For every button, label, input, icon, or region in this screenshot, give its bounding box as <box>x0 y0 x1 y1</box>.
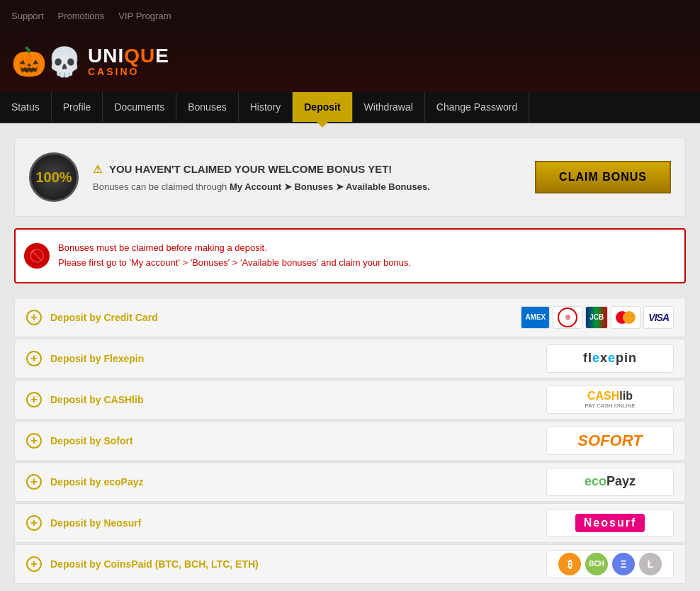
neosurf-logo: Neosurf <box>575 514 645 532</box>
ecopayz-logo: ecoPayz <box>585 474 636 489</box>
jcb-logo: JCB <box>585 306 608 329</box>
deposit-expand-icon[interactable]: + <box>26 433 42 449</box>
top-bar-link-support[interactable]: Support <box>11 11 44 21</box>
deposit-expand-icon[interactable]: + <box>26 515 42 531</box>
deposit-expand-icon[interactable]: + <box>26 310 42 325</box>
deposit-row-credit-card[interactable]: + Deposit by Credit Card AMEX ◎ JCB VISA <box>14 298 686 337</box>
deposit-row-sofort[interactable]: + Deposit by Sofort SOFORT <box>14 421 686 461</box>
logo-sub: CASINO <box>88 66 169 77</box>
ltc-icon: Ł <box>639 553 662 575</box>
visa-logo: VISA <box>643 306 674 329</box>
deposit-expand-icon[interactable]: + <box>26 474 42 490</box>
deposit-label-flexepin: Deposit by Flexepin <box>50 353 144 364</box>
main-nav: Status Profile Documents Bonuses History… <box>0 92 700 123</box>
warning-box: 🚫 Bonuses must be claimed before making … <box>14 228 686 283</box>
top-bar-link-vip[interactable]: VIP Program <box>118 11 171 21</box>
header: 🎃💀 UNIQUE CASINO <box>0 31 700 92</box>
logo-name: UNIQUE <box>88 46 169 66</box>
eth-icon: Ξ <box>612 553 635 575</box>
deposit-row-neosurf[interactable]: + Deposit by Neosurf Neosurf <box>14 503 686 543</box>
deposit-row-cashlib[interactable]: + Deposit by CASHlib CASHlib PAY CASH ON… <box>14 380 686 420</box>
top-bar-link-promotions[interactable]: Promotions <box>58 11 105 21</box>
nav-profile[interactable]: Profile <box>52 92 103 122</box>
deposit-label-credit-card: Deposit by Credit Card <box>50 312 158 323</box>
bonus-desc-prefix: Bonuses can be claimed through <box>93 181 230 192</box>
warning-line1: Bonuses must be claimed before making a … <box>58 241 411 256</box>
warning-triangle-icon: ⚠ <box>93 163 102 175</box>
deposit-row-coinspaid[interactable]: + Deposit by CoinsPaid (BTC, BCH, LTC, E… <box>14 544 686 584</box>
bonus-desc-path: My Account ➤ Bonuses ➤ Available Bonuses… <box>230 181 430 192</box>
deposit-label-coinspaid: Deposit by CoinsPaid (BTC, BCH, LTC, ETH… <box>50 558 259 570</box>
deposit-row-left: + Deposit by CASHlib <box>26 392 143 407</box>
nav-status[interactable]: Status <box>0 92 52 122</box>
sofort-logo-box: SOFORT <box>546 427 674 455</box>
bonus-banner: 100% ⚠ YOU HAVEN'T CLAIMED YOUR WELCOME … <box>14 137 686 217</box>
logo-icon: 🎃💀 <box>11 45 82 79</box>
bonus-percentage-circle: 100% <box>29 152 79 202</box>
amex-logo: AMEX <box>521 306 550 329</box>
nav-history[interactable]: History <box>239 92 293 122</box>
bonus-percentage: 100% <box>35 169 72 186</box>
bonus-title-text: YOU HAVEN'T CLAIMED YOUR WELCOME BONUS Y… <box>109 163 392 175</box>
deposit-methods-list: + Deposit by Credit Card AMEX ◎ JCB VISA <box>14 298 686 584</box>
neosurf-logo-box: Neosurf <box>546 509 674 537</box>
bonus-title: ⚠ YOU HAVEN'T CLAIMED YOUR WELCOME BONUS… <box>93 163 521 176</box>
sofort-logo: SOFORT <box>577 432 642 450</box>
logo-text-block: UNIQUE CASINO <box>88 46 169 77</box>
deposit-expand-icon[interactable]: + <box>26 556 42 572</box>
bonus-description: Bonuses can be claimed through My Accoun… <box>93 181 521 192</box>
claim-bonus-button[interactable]: CLAIM BONUS <box>535 161 671 193</box>
credit-card-logos: AMEX ◎ JCB VISA <box>521 306 674 329</box>
cashlib-logo: CASHlib PAY CASH ONLINE <box>585 390 635 409</box>
deposit-row-ecopayz[interactable]: + Deposit by ecoPayz ecoPayz <box>14 462 686 502</box>
nav-change-password[interactable]: Change Password <box>425 92 529 122</box>
logo-area: 🎃💀 UNIQUE CASINO <box>0 45 181 79</box>
diners-logo: ◎ <box>553 306 582 329</box>
mastercard-logo <box>611 306 640 329</box>
flexepin-logo: flexepin <box>583 351 637 366</box>
deposit-label-ecopayz: Deposit by ecoPayz <box>50 476 144 488</box>
deposit-row-left: + Deposit by Sofort <box>26 433 133 449</box>
bonus-text-area: ⚠ YOU HAVEN'T CLAIMED YOUR WELCOME BONUS… <box>93 163 521 192</box>
nav-bonuses[interactable]: Bonuses <box>176 92 238 122</box>
ecopayz-logo-box: ecoPayz <box>546 468 674 496</box>
nav-documents[interactable]: Documents <box>103 92 176 122</box>
deposit-expand-icon[interactable]: + <box>26 351 42 366</box>
nav-deposit[interactable]: Deposit <box>293 92 352 122</box>
deposit-label-neosurf: Deposit by Neosurf <box>50 517 141 529</box>
cashlib-logo-box: CASHlib PAY CASH ONLINE <box>546 385 674 414</box>
warning-circle-icon: 🚫 <box>24 243 50 269</box>
deposit-label-cashlib: Deposit by CASHlib <box>50 394 143 405</box>
warning-text-block: Bonuses must be claimed before making a … <box>58 241 411 271</box>
warning-line2: Please first go to 'My account' > 'Bonus… <box>58 256 411 271</box>
deposit-expand-icon[interactable]: + <box>26 392 42 407</box>
crypto-logos-box: ₿ BCH Ξ Ł <box>546 550 674 578</box>
nav-withdrawal[interactable]: Withdrawal <box>353 92 425 122</box>
deposit-label-sofort: Deposit by Sofort <box>50 435 133 446</box>
deposit-row-left: + Deposit by Flexepin <box>26 351 144 366</box>
deposit-row-left: + Deposit by Credit Card <box>26 310 158 325</box>
main-content: 100% ⚠ YOU HAVEN'T CLAIMED YOUR WELCOME … <box>0 123 700 591</box>
deposit-row-left: + Deposit by ecoPayz <box>26 474 144 490</box>
deposit-row-left: + Deposit by CoinsPaid (BTC, BCH, LTC, E… <box>26 556 259 572</box>
deposit-row-flexepin[interactable]: + Deposit by Flexepin flexepin <box>14 339 686 378</box>
deposit-row-left: + Deposit by Neosurf <box>26 515 141 531</box>
btc-icon: ₿ <box>558 553 581 575</box>
bch-icon: BCH <box>585 553 608 575</box>
flexepin-logo-box: flexepin <box>546 344 674 373</box>
top-bar: Support Promotions VIP Program <box>0 0 700 31</box>
